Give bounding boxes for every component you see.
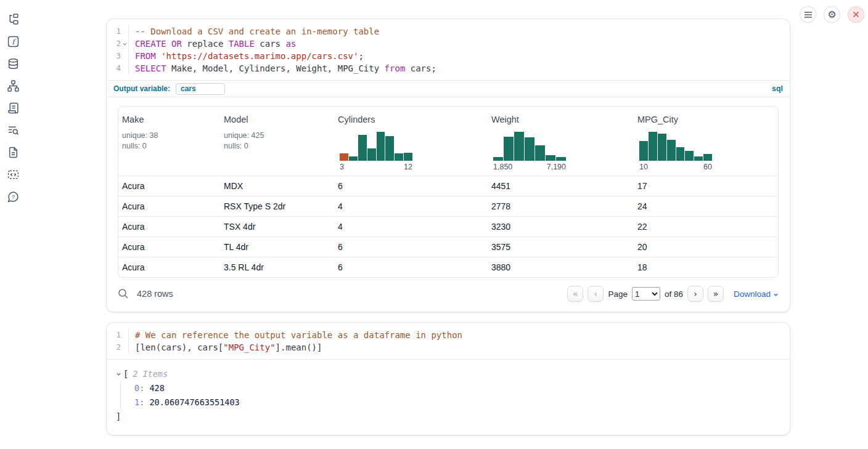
entry-value: 428 [144, 383, 165, 393]
snippets-icon[interactable] [7, 169, 19, 180]
line-number: 2 [107, 341, 129, 354]
histogram-bar [639, 141, 648, 161]
prev-page-icon[interactable]: ‹ [588, 286, 604, 302]
topbar-actions: ⚙ [800, 6, 864, 23]
column-name: Make [122, 115, 220, 124]
table-cell: 4 [334, 201, 488, 211]
histogram-bar [667, 140, 676, 161]
database-icon[interactable] [7, 58, 19, 70]
document-icon[interactable] [7, 147, 19, 158]
axis-max-label: 60 [703, 163, 712, 171]
column-unique-count: unique: 38 [122, 131, 220, 141]
file-tree-icon[interactable] [7, 14, 19, 25]
histogram-bar [340, 153, 348, 161]
items-count-label: 2 Items [133, 369, 168, 379]
table-row[interactable]: AcuraMDX6445117 [118, 176, 778, 196]
table-cell: Acura [118, 181, 220, 191]
entry-value: 20.060747663551403 [144, 397, 239, 407]
column-header-weight[interactable]: Weight1,8507,190 [488, 115, 634, 171]
histogram-bar [349, 156, 358, 161]
table-cell: Acura [118, 222, 220, 232]
pagination: « ‹ Page 1 of 86 › » [567, 286, 724, 302]
table-cell: TSX 4dr [220, 222, 334, 232]
axis-max-label: 12 [404, 163, 412, 171]
entry-index: 0: [134, 383, 144, 393]
histogram-bar [385, 136, 394, 161]
page-label: Page [608, 289, 628, 299]
fold-chevron-icon[interactable] [121, 41, 128, 47]
output-variable-label: Output variable: [113, 84, 170, 93]
code-line[interactable]: 4SELECT Make, Model, Cylinders, Weight, … [107, 62, 790, 75]
column-null-count: nulls: 0 [122, 141, 220, 152]
table-row[interactable]: AcuraTSX 4dr4323022 [118, 216, 778, 237]
last-page-icon[interactable]: » [708, 286, 724, 302]
code-line[interactable]: 3FROM 'https://datasets.marimo.app/cars.… [107, 50, 790, 62]
next-page-icon[interactable]: › [687, 286, 703, 302]
menu-icon[interactable] [800, 6, 816, 23]
shutdown-icon[interactable] [848, 6, 864, 23]
svg-text:?: ? [11, 193, 14, 200]
axis-min-label: 1,850 [493, 163, 512, 171]
column-null-count: nulls: 0 [224, 141, 334, 152]
histogram-axis-labels: 1060 [639, 163, 712, 171]
code-line[interactable]: 2[len(cars), cars["MPG_City"].mean()] [107, 341, 790, 354]
column-header-model[interactable]: Modelunique: 425nulls: 0 [220, 115, 334, 171]
download-button[interactable]: Download [734, 289, 779, 299]
histogram-bar [493, 157, 503, 161]
axis-min-label: 3 [340, 163, 344, 171]
table-cell: 17 [634, 181, 778, 191]
scroll-icon[interactable] [7, 102, 19, 114]
table-footer: 428 rows « ‹ Page 1 of 86 › » Download [107, 278, 790, 312]
axis-min-label: 10 [639, 163, 648, 171]
code-line[interactable]: 1# We can reference the output variable … [107, 329, 790, 341]
table-cell: 3575 [488, 242, 634, 252]
table-row[interactable]: AcuraTL 4dr6357520 [118, 237, 778, 257]
column-header-cylinders[interactable]: Cylinders312 [334, 115, 488, 171]
table-row[interactable]: Acura3.5 RL 4dr6388018 [118, 257, 778, 277]
table-cell: 3880 [488, 262, 634, 272]
code-line[interactable]: 1-- Download a CSV and create an in-memo… [107, 25, 790, 38]
entry-index: 1: [134, 397, 144, 407]
column-histogram [493, 130, 566, 161]
table-cell: Acura [118, 262, 220, 272]
gear-icon[interactable]: ⚙ [824, 6, 840, 23]
download-label: Download [734, 289, 771, 299]
histogram-bar [404, 153, 412, 161]
python-code-editor[interactable]: 1# We can reference the output variable … [107, 323, 790, 359]
table-cell: RSX Type S 2dr [220, 201, 334, 211]
table-cell: 2778 [488, 201, 634, 211]
help-icon[interactable]: ? [7, 191, 19, 203]
page-select[interactable]: 1 [632, 287, 660, 301]
column-name: Model [224, 115, 334, 124]
histogram-bar [685, 151, 694, 161]
histogram-bar [395, 153, 403, 161]
language-badge: sql [772, 84, 783, 93]
search-icon[interactable] [118, 288, 129, 299]
sidebar: f ? [0, 0, 26, 449]
dependency-graph-icon[interactable] [7, 80, 19, 92]
collapse-chevron-icon[interactable] [116, 371, 121, 377]
column-name: MPG_City [637, 115, 778, 124]
log-search-icon[interactable] [7, 124, 19, 136]
histogram-bar [649, 132, 657, 161]
column-header-mpg_city[interactable]: MPG_City1060 [634, 115, 778, 171]
output-tree-root: [ 2 Items [116, 369, 780, 379]
sql-code-editor[interactable]: 1-- Download a CSV and create an in-memo… [107, 19, 790, 80]
column-histogram [340, 130, 412, 161]
table-body: AcuraMDX6445117AcuraRSX Type S 2dr427782… [118, 176, 778, 277]
output-variable-input[interactable] [176, 83, 225, 95]
table-row[interactable]: AcuraRSX Type S 2dr4277824 [118, 196, 778, 216]
function-icon[interactable]: f [7, 36, 19, 47]
table-cell: 3.5 RL 4dr [220, 262, 334, 272]
axis-max-label: 7,190 [547, 163, 566, 171]
sql-cell-footer: Output variable: sql [107, 80, 790, 97]
column-header-make[interactable]: Makeunique: 38nulls: 0 [118, 115, 220, 171]
code-line[interactable]: 2CREATE OR replace TABLE cars as [107, 38, 790, 50]
histogram-bar [658, 134, 666, 161]
table-cell: MDX [220, 181, 334, 191]
first-page-icon[interactable]: « [567, 286, 583, 302]
table-header-row: Makeunique: 38nulls: 0Modelunique: 425nu… [118, 107, 778, 176]
code-text: [len(cars), cars["MPG_City"].mean()] [129, 341, 322, 354]
python-cell: 1# We can reference the output variable … [106, 322, 790, 435]
table-cell: 6 [334, 181, 488, 191]
